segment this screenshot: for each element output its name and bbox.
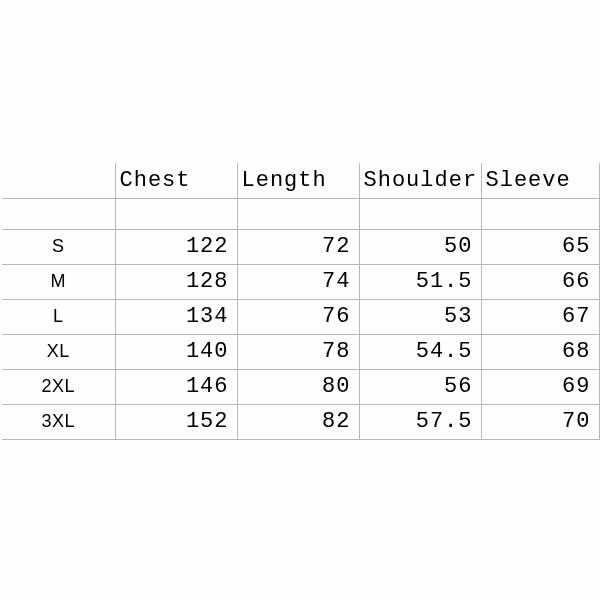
cell-length: 72 [237, 229, 359, 264]
cell-length: 78 [237, 334, 359, 369]
cell-chest: 134 [115, 299, 237, 334]
table-row: 3XL 152 82 57.5 70 [2, 404, 599, 439]
header-length: Length [237, 163, 359, 198]
size-label: M [2, 264, 115, 299]
spacer-row [2, 198, 599, 229]
cell-sleeve: 66 [481, 264, 599, 299]
cell-chest: 128 [115, 264, 237, 299]
cell-sleeve: 67 [481, 299, 599, 334]
cell-sleeve: 69 [481, 369, 599, 404]
cell-length: 82 [237, 404, 359, 439]
size-label: S [2, 229, 115, 264]
header-shoulder: Shoulder [359, 163, 481, 198]
size-label: L [2, 299, 115, 334]
table-row: XL 140 78 54.5 68 [2, 334, 599, 369]
size-label: 2XL [2, 369, 115, 404]
cell-chest: 152 [115, 404, 237, 439]
cell-shoulder: 53 [359, 299, 481, 334]
cell-sleeve: 68 [481, 334, 599, 369]
cell-length: 74 [237, 264, 359, 299]
table-row: M 128 74 51.5 66 [2, 264, 599, 299]
cell-length: 76 [237, 299, 359, 334]
cell-shoulder: 54.5 [359, 334, 481, 369]
table-row: L 134 76 53 67 [2, 299, 599, 334]
table-row: S 122 72 50 65 [2, 229, 599, 264]
header-size [2, 163, 115, 198]
size-label: XL [2, 334, 115, 369]
cell-sleeve: 70 [481, 404, 599, 439]
cell-chest: 146 [115, 369, 237, 404]
table-row: 2XL 146 80 56 69 [2, 369, 599, 404]
header-row: Chest Length Shoulder Sleeve [2, 163, 599, 198]
size-chart-table: Chest Length Shoulder Sleeve S 122 72 50… [2, 163, 600, 440]
header-chest: Chest [115, 163, 237, 198]
cell-sleeve: 65 [481, 229, 599, 264]
cell-chest: 122 [115, 229, 237, 264]
cell-chest: 140 [115, 334, 237, 369]
cell-length: 80 [237, 369, 359, 404]
cell-shoulder: 51.5 [359, 264, 481, 299]
cell-shoulder: 57.5 [359, 404, 481, 439]
header-sleeve: Sleeve [481, 163, 599, 198]
cell-shoulder: 56 [359, 369, 481, 404]
cell-shoulder: 50 [359, 229, 481, 264]
size-label: 3XL [2, 404, 115, 439]
